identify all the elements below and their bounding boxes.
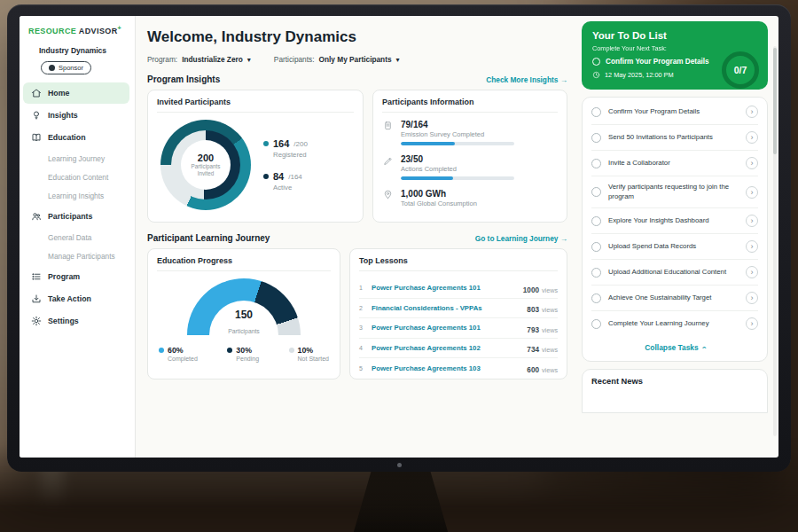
todo-summary-card: Your To Do List Complete Your Next Task:… [582, 21, 768, 90]
sidebar-item-participants[interactable]: Participants [23, 206, 129, 227]
scrollbar-track [773, 46, 777, 436]
todo-title: Your To Do List [592, 30, 757, 41]
task-row[interactable]: Confirm Your Program Details › [591, 99, 758, 124]
lesson-link[interactable]: Power Purchase Agreements 101 [372, 324, 527, 332]
lesson-link[interactable]: Power Purchase Agreements 103 [372, 364, 527, 372]
chevron-down-icon: ▾ [247, 56, 251, 64]
location-pin-icon [382, 189, 394, 211]
task-checkbox[interactable] [591, 242, 601, 252]
sponsor-badge[interactable]: Sponsor [41, 61, 91, 74]
sidebar-item-education-content[interactable]: Education Content [20, 168, 135, 186]
chevron-right-icon[interactable]: › [746, 317, 758, 330]
lesson-row: 3 Power Purchase Agreements 101 793views [359, 318, 558, 339]
lesson-link[interactable]: Financial Considerations - VPPAs [372, 304, 527, 312]
education-progress-legend: 60% Completed 30% Pending 10% Not Starte… [157, 339, 331, 362]
main-content: Welcome, Industry Dynamics Program: Indu… [136, 16, 578, 458]
invited-legend: 164 /200 Registered 84 /164 [263, 138, 308, 192]
sponsor-badge-label: Sponsor [59, 64, 83, 72]
chevron-right-icon[interactable]: › [746, 106, 758, 118]
task-checkbox[interactable] [591, 268, 601, 278]
sidebar-item-label: Take Action [48, 294, 91, 303]
chevron-down-icon: ▾ [396, 56, 400, 64]
monitor-logo-dot [397, 463, 402, 467]
task-row[interactable]: Send 50 Invitations to Participants › [591, 124, 758, 150]
chevron-right-icon[interactable]: › [746, 292, 758, 304]
card-title: Top Lessons [359, 256, 558, 271]
sidebar-item-label: Education [48, 133, 86, 142]
check-more-insights-link[interactable]: Check More Insights → [486, 75, 567, 84]
learning-cards-row: Education Progress 150 Participants 60 [147, 248, 567, 379]
scene: RESOURCE ADVISOR+ Industry Dynamics Spon… [0, 0, 798, 532]
lesson-row: 5 Power Purchase Agreements 103 600views [359, 358, 558, 379]
dashboard-screen: RESOURCE ADVISOR+ Industry Dynamics Spon… [20, 16, 778, 458]
participants-information-card: Participants Information 79/164 Emission… [372, 90, 567, 223]
sidebar-item-settings[interactable]: Settings [23, 310, 129, 332]
emission-progress-track [401, 142, 514, 145]
task-row[interactable]: Invite a Collaborator › [591, 150, 758, 176]
task-row[interactable]: Complete Your Learning Journey › [591, 310, 758, 336]
invited-participants-donut: 200 Participants Invited [160, 120, 251, 210]
task-checkbox[interactable] [591, 216, 601, 226]
monitor-bezel: RESOURCE ADVISOR+ Industry Dynamics Spon… [7, 4, 791, 472]
sidebar-item-label: Insights [48, 111, 78, 120]
arrow-right-icon: → [560, 234, 567, 243]
task-checkbox[interactable] [591, 159, 601, 168]
legend-not-started: 10% Not Started [289, 346, 329, 362]
participants-icon [30, 211, 42, 223]
sidebar-item-manage-participants[interactable]: Manage Participants [20, 246, 135, 265]
task-checkbox[interactable] [591, 133, 601, 143]
sidebar-item-learning-journey[interactable]: Learning Journey [20, 149, 135, 168]
insights-cards-row: Invited Participants 200 Participants In… [147, 90, 567, 223]
org-name: Industry Dynamics [20, 44, 135, 59]
card-title: Education Progress [157, 256, 331, 271]
todo-panel: Your To Do List Complete Your Next Task:… [578, 16, 778, 458]
program-list-icon [30, 271, 42, 283]
scrollbar-thumb[interactable] [773, 48, 777, 154]
chevron-right-icon[interactable]: › [746, 186, 758, 199]
task-checkbox[interactable] [591, 107, 601, 117]
program-select[interactable]: Program: Industrialize Zero ▾ [147, 55, 251, 64]
task-checkbox[interactable] [591, 187, 601, 197]
todo-subtitle: Complete Your Next Task: [592, 44, 757, 52]
task-row[interactable]: Verify participants requesting to join t… [591, 176, 758, 207]
sidebar-item-label: Settings [48, 317, 79, 325]
stat-bar-1 [401, 176, 453, 180]
sidebar-item-general-data[interactable]: General Data [20, 228, 135, 246]
go-to-learning-journey-link[interactable]: Go to Learning Journey → [475, 234, 567, 243]
chevron-right-icon[interactable]: › [746, 240, 758, 253]
chevron-right-icon[interactable]: › [746, 215, 758, 227]
collapse-tasks-link[interactable]: Collapse Tasks › [591, 336, 758, 357]
sidebar-item-label: Program [48, 272, 80, 281]
section-title: Program Insights [147, 74, 220, 84]
task-row[interactable]: Explore Your Insights Dashboard › [591, 207, 758, 233]
sidebar-item-take-action[interactable]: Take Action [23, 288, 129, 309]
task-checkbox[interactable] [591, 319, 601, 329]
gauge-legend-dot-0 [159, 348, 164, 353]
task-row[interactable]: Upload Spend Data Records › [591, 233, 758, 259]
task-row[interactable]: Upload Additional Educational Content › [591, 259, 758, 285]
page-title: Welcome, Industry Dynamics [147, 28, 567, 46]
arrow-right-icon: → [560, 75, 567, 84]
sidebar-item-home[interactable]: Home [23, 82, 129, 104]
consumption-stat: 1,000 GWh Total Global Consumption [382, 189, 558, 211]
sidebar: RESOURCE ADVISOR+ Industry Dynamics Spon… [20, 16, 136, 458]
actions-completed-stat: 23/50 Actions Completed [382, 154, 558, 180]
task-row[interactable]: Achieve One Sustainability Target › [591, 285, 758, 310]
todo-task-list: Confirm Your Program Details › Send 50 I… [582, 97, 768, 362]
sidebar-item-learning-insights[interactable]: Learning Insights [20, 186, 135, 205]
task-checkbox[interactable] [592, 58, 600, 66]
sidebar-item-label: Home [48, 89, 69, 98]
lesson-link[interactable]: Power Purchase Agreements 102 [372, 344, 527, 352]
legend-registered: 164 /200 Registered [263, 138, 308, 159]
gauge-legend-dot-2 [289, 348, 294, 353]
chevron-right-icon[interactable]: › [746, 266, 758, 278]
participants-select[interactable]: Participants: Only My Participants ▾ [274, 55, 400, 64]
chevron-right-icon[interactable]: › [746, 157, 758, 169]
sidebar-item-program[interactable]: Program [23, 266, 129, 287]
sidebar-item-education[interactable]: Education [23, 127, 129, 148]
task-checkbox[interactable] [591, 293, 601, 303]
education-icon [30, 132, 42, 144]
chevron-right-icon[interactable]: › [746, 131, 758, 144]
sidebar-item-insights[interactable]: Insights [23, 105, 129, 126]
lesson-link[interactable]: Power Purchase Agreements 101 [372, 284, 523, 292]
